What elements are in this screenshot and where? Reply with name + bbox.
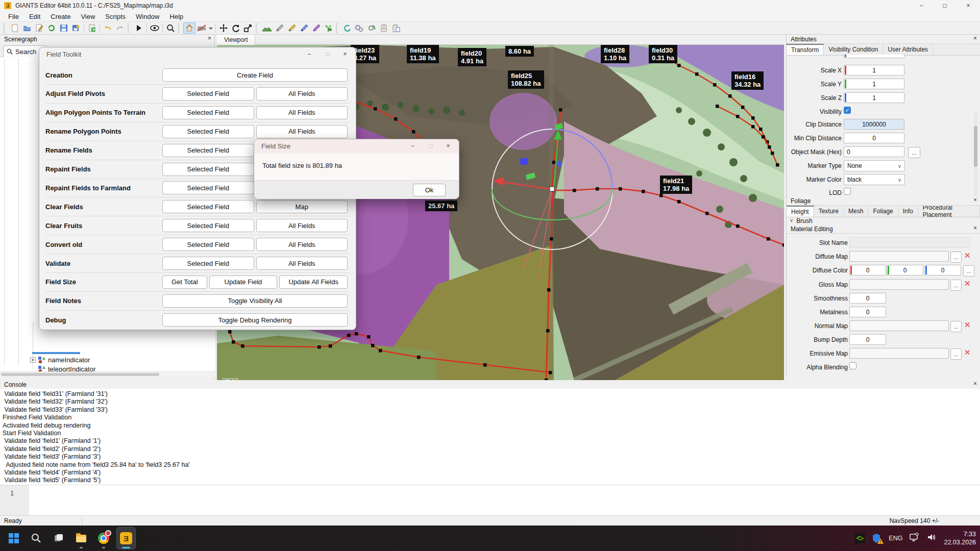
min-clip-distance-input[interactable]: 0 [844, 133, 904, 143]
bump-depth-input[interactable]: 0 [849, 334, 886, 345]
tab-transform[interactable]: Transform [787, 44, 824, 55]
terrain-sculpt-icon[interactable] [261, 22, 273, 34]
terrain-paint-yellow-icon[interactable] [285, 22, 298, 34]
tab-info[interactable]: Info [898, 206, 918, 217]
clip-distance-input[interactable]: 1000000 [844, 119, 904, 130]
field-size-update-field-button[interactable]: Update Field [209, 276, 278, 289]
normal-map-more-button[interactable]: ... [950, 321, 962, 332]
slot-name-input[interactable] [849, 237, 970, 248]
attributes-scroll-thumb[interactable] [974, 126, 977, 167]
rename-polygon-points-selected-field-button[interactable]: Selected Field [162, 125, 254, 138]
marker-type-select[interactable]: None∨ [844, 160, 905, 171]
field-toolkit-minimize-button[interactable]: − [302, 49, 317, 59]
field-notes-toggle-visibility-all-button[interactable]: Toggle Visibility All [162, 294, 348, 308]
gloss-map-more-button[interactable]: ... [950, 280, 962, 291]
attributes-scrollbar[interactable] [974, 111, 977, 196]
scale-x-input[interactable]: 1 [844, 65, 904, 76]
diffuse-map-delete-icon[interactable]: ✕ [964, 251, 971, 260]
rotate-tool-icon[interactable] [230, 22, 242, 34]
brush-section[interactable]: ∨ Brush [790, 217, 813, 224]
repaint-fields-to-farmland-selected-field-button[interactable]: Selected Field [162, 181, 254, 194]
material-close-icon[interactable]: × [973, 224, 977, 232]
file-explorer-button[interactable] [71, 527, 91, 549]
alpha-blending-checkbox[interactable] [849, 362, 856, 369]
field-size-close-button[interactable]: × [440, 141, 456, 151]
nvidia-tray-icon[interactable] [855, 533, 865, 543]
gloss-map-delete-icon[interactable]: ✕ [964, 279, 971, 288]
tab-texture[interactable]: Texture [814, 206, 844, 217]
open-folder-icon[interactable] [21, 22, 33, 34]
terrain-paint-blue-icon[interactable] [298, 22, 310, 34]
menu-window[interactable]: Window [131, 11, 164, 21]
attributes-close-icon[interactable]: × [973, 35, 977, 42]
tab-visibility-condition[interactable]: Visibility Condition [824, 44, 883, 55]
gloss-map-input[interactable] [849, 279, 949, 290]
task-view-button[interactable] [49, 527, 68, 549]
home-icon[interactable] [183, 22, 195, 34]
align-polygon-points-to-terrain-all-fields-button[interactable]: All Fields [256, 106, 348, 119]
scenegraph-close-icon[interactable]: × [208, 35, 211, 42]
window-minimize-button[interactable]: − [910, 0, 933, 11]
terrain-paint-violet-icon[interactable] [310, 22, 322, 34]
convert-old-selected-field-button[interactable]: Selected Field [162, 238, 254, 251]
normal-map-delete-icon[interactable]: ✕ [964, 320, 971, 330]
metalness-input[interactable]: 0 [849, 307, 886, 317]
zoom-magnifier-icon[interactable] [164, 22, 177, 34]
tab-mesh[interactable]: Mesh [844, 206, 868, 217]
field-size-maximize-button[interactable]: □ [423, 141, 438, 151]
field-size-titlebar[interactable]: Field Size − □ × [254, 139, 459, 154]
console-log[interactable]: Validate field 'field31' (Farmland '31')… [0, 389, 980, 485]
diffuse-map-more-button[interactable]: ... [950, 252, 962, 263]
tab-height[interactable]: Height [787, 206, 814, 217]
validate-all-fields-button[interactable]: All Fields [256, 257, 348, 270]
scale-tool-icon[interactable] [242, 22, 254, 34]
clipboard-paste-icon[interactable] [390, 22, 402, 34]
update-arrow-icon[interactable] [341, 22, 353, 34]
scenegraph-item-teleportIndicator[interactable]: teleportIndicator [30, 365, 95, 371]
menu-help[interactable]: Help [164, 11, 188, 21]
diffuse-map-input[interactable] [849, 251, 949, 262]
edit-scene-icon[interactable] [33, 22, 45, 34]
menu-scripts[interactable]: Scripts [100, 11, 131, 21]
menu-view[interactable]: View [76, 11, 100, 21]
emissive-map-more-button[interactable]: ... [950, 348, 962, 360]
move-tool-icon[interactable] [217, 22, 230, 34]
clipped-field[interactable] [844, 55, 904, 58]
taskbar-clock[interactable]: 7:33 22.03.2026 [944, 530, 976, 547]
redo-icon[interactable] [114, 22, 126, 34]
new-file-icon[interactable] [9, 22, 21, 34]
language-indicator[interactable]: ENG [889, 535, 902, 542]
expand-icon[interactable] [30, 357, 36, 363]
rename-fields-selected-field-button[interactable]: Selected Field [162, 144, 254, 157]
rename-polygon-points-all-fields-button[interactable]: All Fields [256, 125, 348, 138]
scenegraph-hscroll-thumb[interactable] [1, 373, 159, 376]
camera-dropdown-icon[interactable] [208, 22, 214, 34]
adjust-field-pivots-selected-field-button[interactable]: Selected Field [162, 87, 254, 101]
network-tray-icon[interactable] [909, 533, 920, 544]
normal-map-input[interactable] [849, 320, 949, 331]
convert-old-all-fields-button[interactable]: All Fields [256, 238, 348, 251]
tab-user-attributes[interactable]: User Attributes [883, 44, 933, 55]
ok-button[interactable]: Ok [413, 184, 446, 196]
clear-fields-map-button[interactable]: Map [256, 200, 348, 213]
refresh-icon[interactable] [45, 22, 58, 34]
visibility-eye-icon[interactable] [149, 22, 161, 34]
field-size-update-all-fields-button[interactable]: Update All Fields [279, 276, 348, 289]
clipboard-icon[interactable] [378, 22, 390, 34]
menu-file[interactable]: File [3, 11, 24, 21]
object-mask-more-button[interactable]: ... [908, 147, 920, 158]
scale-y-input[interactable]: 1 [844, 79, 904, 89]
validate-selected-field-button[interactable]: Selected Field [162, 257, 254, 270]
adjust-field-pivots-all-fields-button[interactable]: All Fields [256, 87, 348, 101]
tab-foliage[interactable]: Foliage [868, 206, 898, 217]
taskbar-search-button[interactable] [27, 527, 46, 549]
start-button[interactable] [4, 527, 23, 549]
debug-toggle-debug-rendering-button[interactable]: Toggle Debug Rendering [162, 313, 348, 327]
import-file-icon[interactable] [86, 22, 98, 34]
clear-fruits-all-fields-button[interactable]: All Fields [256, 219, 348, 232]
lod-checkbox[interactable] [844, 188, 851, 195]
scale-z-input[interactable]: 1 [844, 92, 904, 103]
smoothness-input[interactable]: 0 [849, 293, 886, 304]
save-as-icon[interactable] [70, 22, 82, 34]
align-polygon-points-to-terrain-selected-field-button[interactable]: Selected Field [162, 106, 254, 119]
